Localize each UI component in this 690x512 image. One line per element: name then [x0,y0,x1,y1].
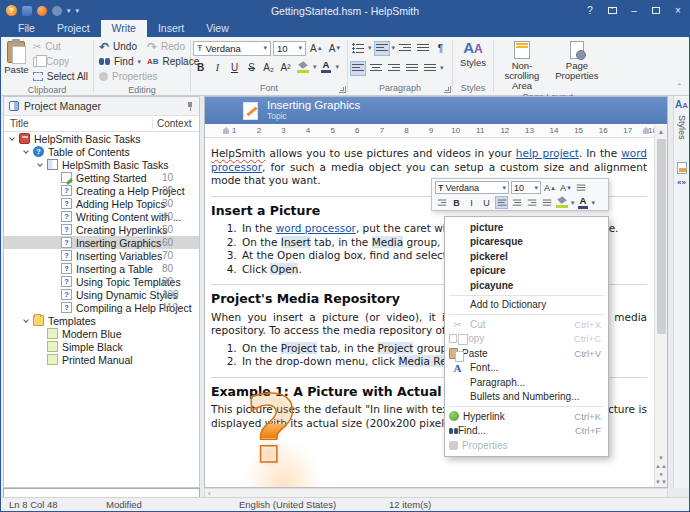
find-dropdown-icon[interactable]: ▾ [137,58,141,66]
bold-button[interactable]: B [193,60,208,75]
tab-insert[interactable]: Insert [147,20,195,37]
menu-item-pickerel[interactable]: pickerel [445,249,608,264]
menu-item-epicure[interactable]: epicure [445,264,608,279]
tree-item[interactable]: Getting Started10 [4,171,199,184]
align-center-button[interactable] [368,61,384,76]
mini-shrink-font-button[interactable]: A▼ [559,181,573,194]
styles-tab-icon[interactable]: AA [675,100,688,111]
strikethrough-button[interactable]: S [244,60,259,75]
maximize-button[interactable] [645,1,667,20]
paragraph-dialog-launcher[interactable] [444,86,451,93]
shrink-font-button[interactable]: A▼ [327,41,344,56]
mini-align-right-button[interactable] [525,196,538,209]
menu-item-bullets-and-numbering[interactable]: Bullets and Numbering... [445,390,608,405]
non-scrolling-area-button[interactable]: Non-scrolling Area [496,39,548,91]
menu-item-hyperlink[interactable]: HyperlinkCtrl+K [445,409,608,424]
ruler[interactable]: 123456789101112131415161718 [205,124,667,138]
line-spacing-button[interactable] [422,61,438,76]
qat-customize-icon[interactable]: ▾ [76,7,80,15]
mini-align-left-button[interactable] [495,196,508,209]
mini-underline-button[interactable]: U [480,196,493,209]
mini-italic-button[interactable]: I [465,196,478,209]
menu-item-add-to-dictionary[interactable]: Add to Dictionary [445,298,608,313]
underline-button[interactable]: U [227,60,242,75]
mini-outdent-button[interactable] [435,196,448,209]
ribbon-display-button[interactable]: ˆ [601,1,623,20]
formatting-marks-button[interactable]: ¶ [433,41,448,56]
language-indicator[interactable]: English (United States) [239,499,336,510]
expand-chevron-icon[interactable] [9,135,15,141]
highlight-button[interactable] [295,60,311,75]
find-button[interactable]: Find▾ [96,54,144,69]
italic-button[interactable]: I [210,60,225,75]
menu-item-picaresque[interactable]: picaresque [445,235,608,250]
tree-item[interactable]: Adding Help Topics30 [4,197,199,210]
collapse-ribbon-button[interactable]: ˆ [678,82,681,92]
tree-item[interactable]: Using Dynamic Styles100 [4,288,199,301]
help-button[interactable]: ? [579,1,601,20]
tree-item[interactable]: Modern Blue [4,327,199,340]
highlight-dropdown-icon[interactable]: ▾ [313,63,317,71]
tree-item[interactable]: Templates [4,314,199,327]
minimize-button[interactable]: – [623,1,645,20]
tab-file[interactable]: File [7,20,46,37]
hyperlink[interactable]: word processor [276,222,356,234]
undo-button[interactable]: ↶Undo [96,39,144,54]
mini-highlight-button[interactable] [555,196,569,209]
subscript-button[interactable]: A₂ [261,60,276,75]
menu-item-font[interactable]: AFont... [445,361,608,376]
html-code-icon[interactable]: «» [677,178,686,187]
previous-page-icon[interactable]: ▲▲ [655,463,667,470]
select-all-button[interactable]: Select All [30,69,91,84]
styles-dock-tab[interactable]: Styles [677,115,687,140]
tree-item[interactable]: Inserting Variables70 [4,249,199,262]
font-color-button[interactable]: A [319,60,334,75]
mini-bold-button[interactable]: B [450,196,463,209]
bullets-button[interactable] [350,41,366,56]
tree-item[interactable]: Simple Black [4,340,199,353]
column-header-title[interactable]: Title [4,118,153,129]
tree-item[interactable]: HelpSmith Basic Tasks [4,132,199,145]
tree-item[interactable]: Using Topic Templates90 [4,275,199,288]
justify-button[interactable] [404,61,420,76]
tree-item[interactable]: Compiling a Help Project110 [4,301,199,314]
mini-indent-button[interactable] [575,181,588,194]
column-header-context[interactable]: Context [153,118,199,129]
tree-item[interactable]: Table of Contents [4,145,199,158]
font-color-dropdown-icon[interactable]: ▾ [336,63,340,71]
font-dialog-launcher[interactable] [339,86,346,93]
paste-button[interactable]: Paste [3,39,30,84]
close-button[interactable]: × [667,1,689,20]
tree-item[interactable]: HelpSmith Basic Tasks [4,158,199,171]
tab-view[interactable]: View [195,20,240,37]
qat-save-icon[interactable] [22,6,32,16]
mini-highlight-dropdown-icon[interactable]: ▾ [571,199,575,207]
mini-font-color-button[interactable]: A [577,196,590,209]
tree-item[interactable]: Inserting a Table80 [4,262,199,275]
hyperlink[interactable]: help project [516,147,579,159]
tree-item[interactable]: Creating Hyperlinks50 [4,223,199,236]
qat-undo-icon[interactable] [37,6,47,16]
mini-font-size-combo[interactable]: 10▾ [511,181,541,194]
expand-chevron-icon[interactable] [23,148,29,154]
increase-indent-button[interactable] [415,41,431,56]
align-left-button[interactable] [350,61,366,76]
menu-item-picture[interactable]: picture [445,220,608,235]
mini-font-color-dropdown-icon[interactable]: ▾ [592,199,596,207]
app-logo-icon[interactable]: ? [6,5,17,16]
browse-object-icon[interactable]: ● [659,471,663,478]
menu-item-paste[interactable]: PasteCtrl+V [445,346,608,361]
expand-chevron-icon[interactable] [37,161,43,167]
mini-font-family-combo[interactable]: ŦVerdana▾ [435,181,509,194]
align-right-button[interactable] [386,61,402,76]
question-mark-picture[interactable]: ? [215,438,355,487]
superscript-button[interactable]: A² [278,60,293,75]
decrease-indent-button[interactable] [397,41,413,56]
editor-vscrollbar[interactable]: ▲ ▼ ▲▲ ● ▼▼ [654,125,667,487]
pin-icon[interactable] [185,102,194,111]
menu-item-picayune[interactable]: picayune [445,278,608,293]
next-page-icon[interactable]: ▼▼ [655,479,667,486]
topic-preview-icon[interactable] [677,162,687,174]
mini-justify-button[interactable] [540,196,553,209]
menu-item-paragraph[interactable]: Paragraph... [445,375,608,390]
